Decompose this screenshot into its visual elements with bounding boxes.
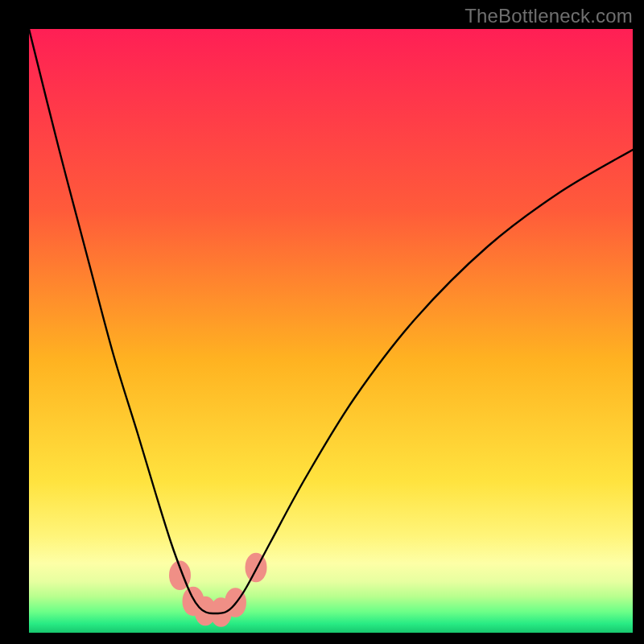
chart-frame: TheBottleneck.com xyxy=(0,0,644,644)
watermark-text: TheBottleneck.com xyxy=(464,5,633,27)
curve-layer xyxy=(29,29,633,633)
bottleneck-curve xyxy=(29,29,633,613)
plot-area xyxy=(29,29,633,633)
